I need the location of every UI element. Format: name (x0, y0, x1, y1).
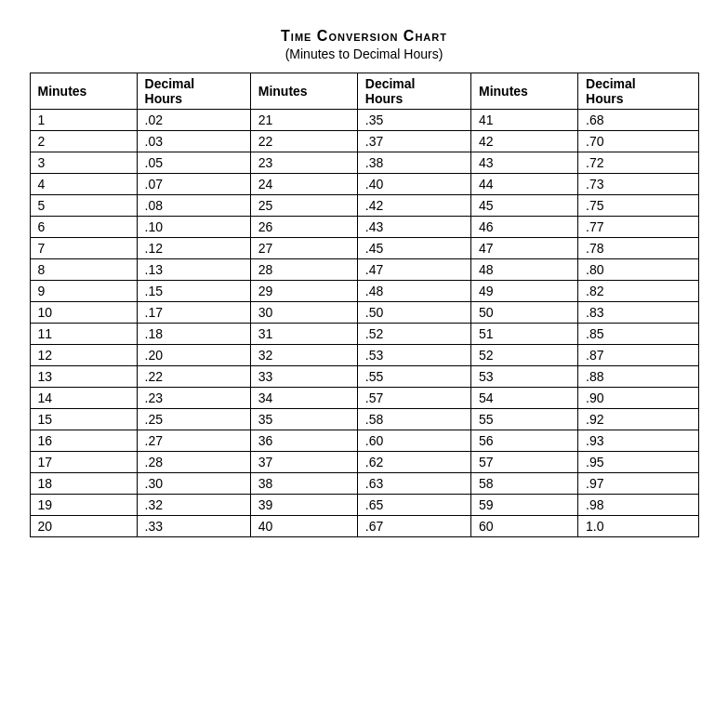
table-cell-9-0: 10 (30, 302, 137, 324)
table-row: 8.1328.4748.80 (30, 259, 698, 281)
table-cell-8-4: 49 (471, 281, 578, 302)
table-cell-1-4: 42 (471, 131, 578, 152)
table-cell-12-3: .55 (357, 366, 470, 388)
table-cell-10-5: .85 (578, 324, 698, 345)
table-cell-0-3: .35 (357, 110, 470, 131)
table-cell-2-3: .38 (357, 152, 470, 174)
table-cell-4-5: .75 (578, 195, 698, 217)
table-cell-19-5: 1.0 (578, 516, 698, 537)
table-row: 6.1026.4346.77 (30, 217, 698, 238)
table-cell-14-0: 15 (30, 409, 137, 430)
table-cell-10-4: 51 (471, 324, 578, 345)
table-cell-11-3: .53 (357, 345, 470, 366)
table-cell-7-4: 48 (471, 259, 578, 281)
table-cell-3-4: 44 (471, 174, 578, 195)
table-cell-13-1: .23 (137, 388, 250, 409)
table-cell-18-2: 39 (250, 495, 357, 516)
table-cell-10-2: 31 (250, 324, 357, 345)
table-cell-18-0: 19 (30, 495, 137, 516)
table-row: 10.1730.5050.83 (30, 302, 698, 324)
table-cell-15-0: 16 (30, 430, 137, 452)
table-cell-18-5: .98 (578, 495, 698, 516)
table-cell-14-2: 35 (250, 409, 357, 430)
table-cell-5-4: 46 (471, 217, 578, 238)
table-cell-5-5: .77 (578, 217, 698, 238)
table-cell-5-0: 6 (30, 217, 137, 238)
table-cell-13-0: 14 (30, 388, 137, 409)
table-cell-0-2: 21 (250, 110, 357, 131)
table-cell-7-0: 8 (30, 259, 137, 281)
table-cell-4-3: .42 (357, 195, 470, 217)
table-cell-6-5: .78 (578, 238, 698, 259)
table-cell-17-3: .63 (357, 473, 470, 495)
table-row: 16.2736.6056.93 (30, 430, 698, 452)
table-row: 15.2535.5855.92 (30, 409, 698, 430)
table-cell-7-3: .47 (357, 259, 470, 281)
table-cell-10-1: .18 (137, 324, 250, 345)
table-cell-5-1: .10 (137, 217, 250, 238)
table-cell-9-1: .17 (137, 302, 250, 324)
table-cell-8-2: 29 (250, 281, 357, 302)
table-cell-1-2: 22 (250, 131, 357, 152)
table-cell-12-5: .88 (578, 366, 698, 388)
table-cell-5-3: .43 (357, 217, 470, 238)
table-cell-16-0: 17 (30, 452, 137, 473)
table-cell-2-1: .05 (137, 152, 250, 174)
table-cell-3-0: 4 (30, 174, 137, 195)
table-cell-7-2: 28 (250, 259, 357, 281)
table-row: 18.3038.6358.97 (30, 473, 698, 495)
table-row: 12.2032.5352.87 (30, 345, 698, 366)
table-cell-8-1: .15 (137, 281, 250, 302)
table-cell-14-5: .92 (578, 409, 698, 430)
table-row: 2.0322.3742.70 (30, 131, 698, 152)
table-cell-19-0: 20 (30, 516, 137, 537)
table-cell-9-5: .83 (578, 302, 698, 324)
page-container: Time Conversion Chart (Minutes to Decima… (20, 19, 708, 547)
table-cell-7-1: .13 (137, 259, 250, 281)
table-cell-1-3: .37 (357, 131, 470, 152)
header-minutes-2: Minutes (250, 73, 357, 110)
table-cell-6-3: .45 (357, 238, 470, 259)
table-cell-17-0: 18 (30, 473, 137, 495)
table-cell-3-1: .07 (137, 174, 250, 195)
table-row: 17.2837.6257.95 (30, 452, 698, 473)
table-cell-1-1: .03 (137, 131, 250, 152)
table-cell-2-5: .72 (578, 152, 698, 174)
table-header-row: Minutes DecimalHours Minutes DecimalHour… (30, 73, 698, 110)
header-decimal-hours-1: DecimalHours (137, 73, 250, 110)
table-cell-16-5: .95 (578, 452, 698, 473)
table-cell-10-3: .52 (357, 324, 470, 345)
table-cell-4-0: 5 (30, 195, 137, 217)
table-row: 9.1529.4849.82 (30, 281, 698, 302)
table-cell-16-3: .62 (357, 452, 470, 473)
table-row: 14.2334.5754.90 (30, 388, 698, 409)
table-cell-18-4: 59 (471, 495, 578, 516)
table-cell-11-4: 52 (471, 345, 578, 366)
table-cell-15-3: .60 (357, 430, 470, 452)
table-cell-12-0: 13 (30, 366, 137, 388)
table-cell-6-2: 27 (250, 238, 357, 259)
table-cell-10-0: 11 (30, 324, 137, 345)
table-row: 5.0825.4245.75 (30, 195, 698, 217)
table-cell-0-4: 41 (471, 110, 578, 131)
table-cell-13-5: .90 (578, 388, 698, 409)
table-cell-13-2: 34 (250, 388, 357, 409)
table-row: 4.0724.4044.73 (30, 174, 698, 195)
table-cell-13-3: .57 (357, 388, 470, 409)
table-cell-8-3: .48 (357, 281, 470, 302)
table-cell-12-2: 33 (250, 366, 357, 388)
table-cell-0-5: .68 (578, 110, 698, 131)
table-cell-6-0: 7 (30, 238, 137, 259)
table-row: 13.2233.5553.88 (30, 366, 698, 388)
table-cell-1-0: 2 (30, 131, 137, 152)
table-cell-8-5: .82 (578, 281, 698, 302)
table-cell-17-4: 58 (471, 473, 578, 495)
chart-subtitle: (Minutes to Decimal Hours) (30, 46, 699, 61)
table-cell-15-4: 56 (471, 430, 578, 452)
table-row: 1.0221.3541.68 (30, 110, 698, 131)
table-cell-1-5: .70 (578, 131, 698, 152)
table-cell-14-3: .58 (357, 409, 470, 430)
table-cell-19-2: 40 (250, 516, 357, 537)
table-cell-13-4: 54 (471, 388, 578, 409)
header-decimal-hours-2: DecimalHours (357, 73, 470, 110)
